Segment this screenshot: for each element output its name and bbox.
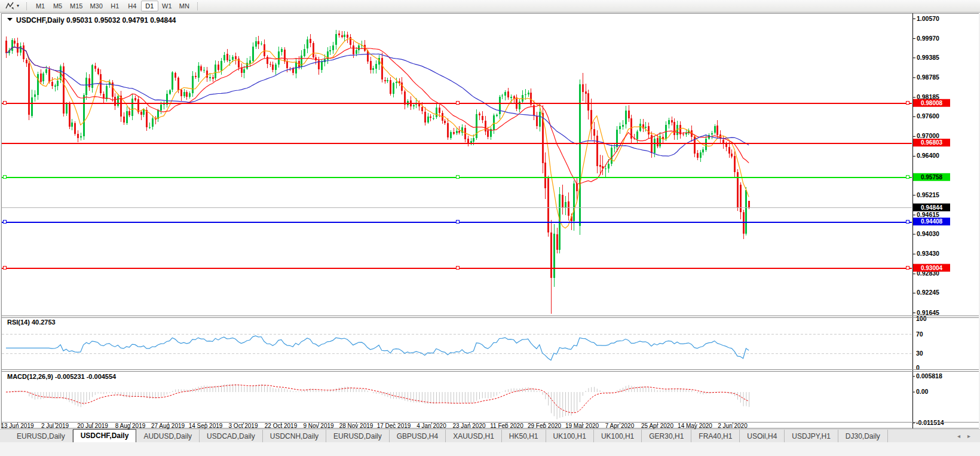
timeframe-button-m30[interactable]: M30 — [86, 1, 106, 11]
tabs-scroll-right-button[interactable]: ▸ — [967, 433, 970, 439]
date-tick-label: 4 Jan 2020 — [416, 423, 446, 429]
chart-window[interactable]: 1.005700.999700.993850.987850.981850.976… — [0, 13, 980, 429]
chart-tab-active[interactable]: USDCHF,Daily — [73, 429, 137, 443]
timeframe-button-d1[interactable]: D1 — [141, 1, 158, 11]
date-tick-label: 28 Nov 2019 — [339, 423, 373, 429]
date-tick-label: 13 Jun 2019 — [1, 423, 33, 429]
price-level-badge-label: 0.94408 — [921, 218, 943, 225]
price-tick-label: 0.92245 — [917, 289, 939, 296]
timeframe-button-mn[interactable]: MN — [176, 1, 193, 11]
chart-tab[interactable]: USDJPY,H1 — [785, 430, 838, 443]
date-tick-label: 7 Apr 2020 — [605, 423, 635, 429]
timeframe-button-m1[interactable]: M1 — [32, 1, 49, 11]
chart-tab[interactable]: FRA40,H1 — [691, 430, 740, 443]
tab-scrollers: ◂ ▸ — [957, 433, 970, 439]
polyline-cursor-icon — [5, 2, 15, 10]
date-tick-label: 2 Jul 2019 — [41, 423, 69, 429]
price-level-badge-label: 0.98008 — [921, 100, 943, 106]
chart-tab[interactable]: XAUUSD,H1 — [446, 430, 502, 443]
date-tick-label: 19 Mar 2020 — [565, 423, 599, 429]
timeframe-button-h1[interactable]: H1 — [106, 1, 124, 11]
chart-tab[interactable]: UK100,H1 — [594, 430, 642, 443]
price-tick-label: 0.97600 — [917, 112, 939, 120]
price-tick-label: 0.94615 — [917, 211, 939, 218]
top-toolbar: ▾ M1 M5 M15 M30 H1 H4 D1 W1 MN — [0, 0, 980, 13]
timeframe-button-m5[interactable]: M5 — [49, 1, 66, 11]
date-tick-label: 2 Jun 2020 — [718, 423, 748, 429]
toolbar-separator — [26, 2, 27, 10]
timeframe-button-w1[interactable]: W1 — [158, 1, 176, 11]
price-tick-label: 0.93430 — [917, 250, 939, 257]
chart-plot-area[interactable] — [2, 14, 912, 315]
date-tick-label: 17 Dec 2019 — [377, 423, 411, 429]
rsi-axis-label: 0 — [916, 364, 920, 371]
rsi-axis-label: 70 — [916, 330, 923, 338]
macd-label: MACD(12,26,9) -0.005231 -0.004554 — [7, 373, 117, 380]
price-tick-label: 0.99970 — [917, 35, 939, 42]
date-tick-label: 29 Feb 2020 — [528, 423, 562, 429]
rsi-axis-label: 30 — [916, 350, 923, 357]
price-tick-label: 0.97000 — [917, 132, 939, 139]
date-tick-label: 27 Aug 2019 — [151, 423, 185, 429]
macd-axis-label: 0.005818 — [916, 372, 942, 380]
price-tick-label: 0.95215 — [917, 191, 939, 198]
chart-tab-bar: EURUSD,Daily USDCHF,Daily AUDUSD,Daily U… — [0, 429, 980, 442]
date-tick-label: 14 May 2020 — [678, 423, 712, 429]
price-tick-label: 0.99385 — [917, 54, 939, 61]
date-tick-label: 8 Aug 2019 — [115, 423, 146, 429]
chart-tab[interactable]: GBPUSD,H4 — [390, 430, 446, 443]
date-tick-label: 20 Jul 2019 — [77, 423, 108, 429]
date-tick-label: 14 Sep 2019 — [189, 423, 223, 429]
price-level-badge-label: 0.95758 — [921, 174, 943, 180]
date-tick-label: 23 Jan 2020 — [452, 423, 485, 429]
price-tick-label: 0.96400 — [917, 152, 939, 159]
timeframe-button-m15[interactable]: M15 — [66, 1, 86, 11]
macd-axis-label: 0.00 — [916, 388, 929, 395]
tabs-scroll-left-button[interactable]: ◂ — [957, 433, 960, 439]
date-tick-label: 3 Oct 2019 — [229, 423, 258, 429]
chart-tab[interactable]: GER30,H1 — [642, 430, 691, 443]
status-strip — [0, 442, 980, 456]
price-axis[interactable]: 1.005700.999700.993850.987850.981850.976… — [913, 13, 979, 429]
chart-tab[interactable]: AUDUSD,Daily — [136, 430, 200, 443]
date-tick-label: 22 Oct 2019 — [265, 423, 298, 429]
toolbar-separator — [197, 2, 198, 10]
timeframe-button-h4[interactable]: H4 — [124, 1, 141, 11]
chart-tab[interactable]: EURUSD,Daily — [326, 430, 390, 443]
chart-tab[interactable]: HK50,H1 — [502, 430, 546, 443]
price-level-badge-label: 0.96803 — [921, 139, 943, 146]
caret-down-icon: ▾ — [17, 1, 19, 11]
price-tick-label: 0.94030 — [917, 230, 939, 237]
chart-tab[interactable]: UK100,H1 — [546, 430, 594, 443]
chart-tab[interactable]: EURUSD,Daily — [10, 430, 73, 443]
price-tick-label: 0.98785 — [917, 74, 939, 81]
chart-tab[interactable]: USDCNH,Daily — [263, 430, 326, 443]
rsi-label: RSI(14) 40.2753 — [7, 319, 56, 326]
chart-tab[interactable]: DJ30,Daily — [838, 430, 888, 443]
current-price-badge-label: 0.94844 — [921, 204, 943, 211]
chart-tab[interactable]: USOil,H4 — [740, 430, 785, 443]
draw-tool-button[interactable]: ▾ — [2, 1, 22, 11]
price-tick-label: 1.00570 — [917, 15, 939, 22]
date-tick-label: 11 Feb 2020 — [490, 423, 523, 429]
date-tick-label: 9 Nov 2019 — [303, 423, 334, 429]
price-level-badge-label: 0.93004 — [921, 265, 943, 271]
date-tick-label: 25 Apr 2020 — [641, 423, 673, 429]
chart-tab[interactable]: USDCAD,Daily — [200, 430, 263, 443]
